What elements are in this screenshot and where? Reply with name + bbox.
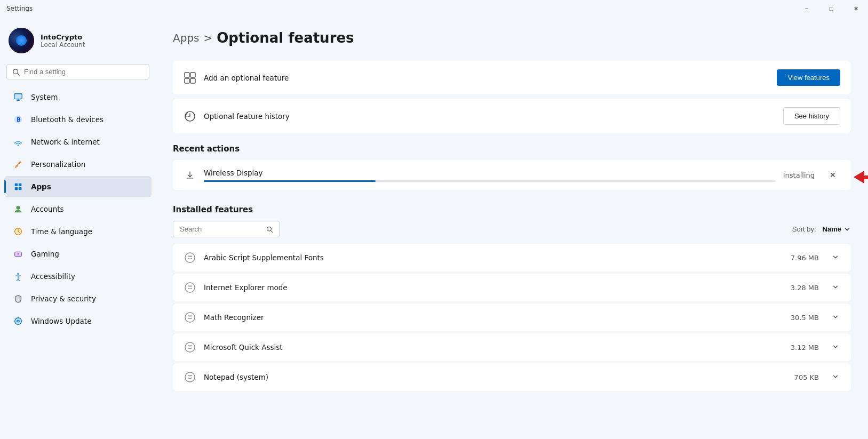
sidebar-item-accounts[interactable]: Accounts — [4, 198, 152, 220]
see-history-button[interactable]: See history — [783, 107, 840, 125]
sidebar-item-privacy[interactable]: Privacy & security — [4, 288, 152, 309]
sidebar-item-time[interactable]: Time & language — [4, 221, 152, 242]
installing-status: Installing — [783, 171, 815, 179]
expand-quickassist-button[interactable] — [831, 342, 840, 353]
sidebar-label-time: Time & language — [31, 227, 92, 236]
apps-icon — [13, 181, 23, 192]
sidebar-item-personalization[interactable]: Personalization — [4, 154, 152, 175]
feature-item-arabic: Arabic Script Supplemental Fonts 7.96 MB — [173, 244, 851, 272]
person-icon — [13, 204, 23, 214]
features-search-input[interactable] — [180, 225, 262, 233]
history-icon — [184, 110, 196, 123]
feature-size-notepad: 705 KB — [794, 373, 819, 381]
user-type: Local Account — [41, 41, 85, 49]
cancel-installing-button[interactable]: ✕ — [825, 167, 840, 182]
window-controls: − □ ✕ — [794, 0, 868, 17]
sidebar-label-gaming: Gaming — [31, 250, 59, 258]
feature-history-label: Optional feature history — [204, 112, 776, 121]
accessibility-icon — [13, 271, 23, 282]
features-search-box[interactable] — [173, 221, 280, 237]
progress-fill — [204, 180, 376, 182]
add-feature-label: Add an optional feature — [204, 74, 769, 82]
app-container: IntoCrypto Local Account System B Blueto… — [0, 17, 868, 439]
feature-icon-math — [184, 311, 196, 324]
sidebar-label-update: Windows Update — [31, 317, 91, 325]
svg-rect-23 — [185, 78, 189, 83]
breadcrumb-parent[interactable]: Apps — [173, 31, 200, 44]
feature-icon-notepad — [184, 371, 196, 384]
installing-card: Wireless Display Installing ✕ — [173, 160, 851, 190]
search-icon — [12, 68, 20, 76]
svg-line-28 — [270, 230, 272, 232]
features-search-icon — [266, 226, 273, 233]
expand-ie-button[interactable] — [831, 282, 840, 293]
user-section: IntoCrypto Local Account — [0, 21, 156, 64]
add-feature-card: Add an optional feature View features — [173, 61, 851, 94]
user-name: IntoCrypto — [41, 33, 85, 41]
sidebar-item-update[interactable]: Windows Update — [4, 310, 152, 332]
sidebar-label-accounts: Accounts — [31, 205, 64, 213]
svg-rect-10 — [15, 187, 18, 190]
sidebar-label-system: System — [31, 93, 58, 101]
sidebar-item-bluetooth[interactable]: B Bluetooth & devices — [4, 109, 152, 130]
feature-size-arabic: 7.96 MB — [791, 254, 819, 262]
update-icon — [13, 316, 23, 326]
sort-button[interactable]: Sort by: Name — [792, 225, 851, 233]
feature-item-ie: Internet Explorer mode 3.28 MB — [173, 274, 851, 301]
svg-point-31 — [185, 313, 195, 322]
avatar[interactable] — [9, 28, 34, 53]
sidebar-label-network: Network & internet — [31, 138, 100, 146]
feature-size-ie: 3.28 MB — [791, 284, 819, 292]
search-box[interactable] — [6, 64, 149, 79]
search-input[interactable] — [24, 68, 144, 76]
sidebar-item-accessibility[interactable]: Accessibility — [4, 266, 152, 287]
installed-features-title: Installed features — [173, 205, 851, 214]
feature-item-math: Math Recognizer 30.5 MB — [173, 304, 851, 331]
feature-name-arabic: Arabic Script Supplemental Fonts — [204, 253, 783, 262]
feature-name-notepad: Notepad (system) — [204, 373, 787, 381]
page-title: Optional features — [217, 30, 354, 46]
installed-features-section: Installed features Sort by: Name — [173, 205, 851, 391]
sidebar-label-accessibility: Accessibility — [31, 272, 75, 281]
arrow-line — [864, 175, 868, 179]
feature-size-math: 30.5 MB — [791, 314, 819, 322]
sidebar-item-gaming[interactable]: Gaming — [4, 243, 152, 265]
svg-rect-24 — [190, 78, 195, 83]
arrow-head — [854, 171, 864, 183]
bluetooth-icon: B — [13, 114, 23, 125]
svg-text:B: B — [17, 117, 21, 123]
sidebar-item-apps[interactable]: Apps — [4, 176, 152, 197]
titlebar: Settings − □ ✕ — [0, 0, 868, 17]
monitor-icon — [13, 92, 23, 102]
maximize-button[interactable]: □ — [819, 0, 843, 17]
sort-by-value: Name — [823, 225, 841, 233]
feature-size-quickassist: 3.12 MB — [791, 344, 819, 352]
sidebar-item-system[interactable]: System — [4, 86, 152, 108]
close-button[interactable]: ✕ — [843, 0, 868, 17]
feature-name-math: Math Recognizer — [204, 313, 783, 322]
sidebar-label-apps: Apps — [31, 182, 51, 191]
view-features-button[interactable]: View features — [777, 69, 840, 86]
sidebar-item-network[interactable]: Network & internet — [4, 131, 152, 153]
feature-icon-arabic — [184, 251, 196, 264]
expand-math-button[interactable] — [831, 312, 840, 323]
user-info: IntoCrypto Local Account — [41, 33, 85, 49]
sidebar-label-bluetooth: Bluetooth & devices — [31, 115, 103, 124]
svg-point-33 — [185, 372, 195, 382]
installing-status-row: Installing ✕ — [783, 167, 840, 182]
svg-line-1 — [18, 73, 20, 75]
breadcrumb-separator: > — [204, 31, 213, 44]
svg-point-29 — [185, 253, 195, 262]
feature-name-ie: Internet Explorer mode — [204, 283, 783, 292]
installing-item-name: Wireless Display — [204, 169, 776, 177]
network-icon — [13, 137, 23, 147]
svg-point-30 — [185, 283, 195, 292]
feature-item-notepad: Notepad (system) 705 KB — [173, 363, 851, 391]
minimize-button[interactable]: − — [794, 0, 819, 17]
svg-rect-9 — [19, 183, 21, 186]
installing-wrapper: Wireless Display Installing ✕ — [173, 160, 851, 194]
expand-notepad-button[interactable] — [831, 372, 840, 383]
feature-icon-ie — [184, 281, 196, 294]
sidebar: IntoCrypto Local Account System B Blueto… — [0, 17, 156, 439]
expand-arabic-button[interactable] — [831, 252, 840, 264]
